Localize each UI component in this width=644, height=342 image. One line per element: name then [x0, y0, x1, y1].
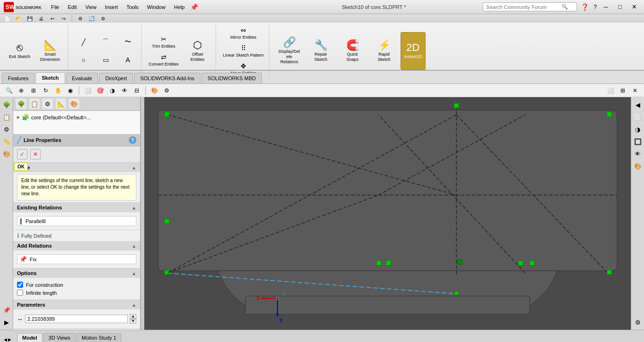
zoom-to-selection-icon[interactable]: ⊞: [28, 85, 39, 96]
options-header[interactable]: Options ▲: [13, 268, 140, 278]
view-options-icon[interactable]: ⚙: [75, 14, 85, 23]
tree-item-core[interactable]: ▶ 🧩 core (Default<<Default>...: [13, 113, 140, 122]
feature-manager-icon[interactable]: 🌳: [1, 99, 12, 110]
standard-views-icon[interactable]: ⬜: [83, 85, 93, 96]
viewport-layout-icon[interactable]: ⊞: [618, 85, 628, 96]
trim-entities-button[interactable]: ✂ Trim Entities: [146, 33, 181, 50]
close-button[interactable]: ✕: [628, 2, 640, 12]
config-manager-icon[interactable]: ⚙: [1, 124, 12, 135]
panel-icon3[interactable]: ⚙: [42, 99, 53, 109]
menu-edit[interactable]: Edit: [64, 3, 81, 11]
viewport[interactable]: X Y Z: [144, 97, 631, 330]
display-delete-relations-button[interactable]: 🔗 Display/Delete Relations: [274, 32, 304, 70]
close-viewport-icon[interactable]: ✕: [630, 85, 640, 96]
mirror-entities-button[interactable]: ⇔ Mirror Entities: [221, 25, 267, 42]
add-relations-header[interactable]: Add Relations ▲: [13, 241, 140, 250]
text-button[interactable]: A: [117, 51, 138, 68]
section-view-icon[interactable]: ⊟: [132, 85, 142, 96]
make-section-header[interactable]: Make ▲: [13, 163, 140, 172]
panel-icon2[interactable]: 📋: [29, 99, 40, 109]
right-view2-icon[interactable]: ◑: [632, 124, 644, 135]
options-icon[interactable]: ⚙: [98, 14, 108, 23]
menu-view[interactable]: View: [82, 3, 100, 11]
right-bottom-icon[interactable]: ⚙: [632, 317, 644, 328]
tab-sketch[interactable]: Sketch: [35, 72, 65, 83]
parameters-header[interactable]: Parameters ▲: [13, 300, 140, 309]
menu-window[interactable]: Window: [143, 3, 169, 11]
dim-manager-icon[interactable]: 📏: [1, 136, 12, 147]
maximize-button[interactable]: □: [614, 2, 626, 12]
resize-handle[interactable]: [141, 97, 144, 330]
rapid-sketch-button[interactable]: ⚡ Rapid Sketch: [369, 32, 399, 70]
linear-sketch-pattern-button[interactable]: ⠿ Linear Sketch Pattern: [221, 42, 267, 59]
search-icon[interactable]: 🔍: [561, 4, 568, 10]
panel-icon1[interactable]: 🌳: [16, 99, 26, 109]
zoom-to-fit-icon[interactable]: ⊕: [16, 85, 26, 96]
right-view5-icon[interactable]: 🎨: [632, 160, 644, 172]
tab-motion-study[interactable]: Motion Study 1: [76, 333, 121, 342]
circle-button[interactable]: ○: [73, 51, 94, 68]
tab-3d-views[interactable]: 3D Views: [43, 333, 75, 342]
rotate-view-icon[interactable]: ↻: [41, 85, 51, 96]
hide-show-icon[interactable]: 👁: [119, 85, 130, 96]
rebuild-icon[interactable]: 🔄: [86, 14, 97, 23]
add-relations-collapse[interactable]: ▲: [132, 243, 136, 249]
param-decrement[interactable]: ▼: [130, 319, 136, 324]
tab-dimxpert[interactable]: DimXpert: [99, 73, 133, 83]
cancel-button[interactable]: ✕: [30, 149, 41, 159]
nav-prev-icon[interactable]: ◀: [4, 337, 7, 342]
line-button[interactable]: ╱: [73, 33, 94, 50]
display-settings-icon[interactable]: ⚙: [161, 85, 172, 96]
param-value-input[interactable]: [25, 315, 128, 323]
existing-relations-header[interactable]: Existing Relations ▲: [13, 203, 140, 212]
rectangle-button[interactable]: ▭: [95, 51, 116, 68]
help-icon[interactable]: ?: [594, 4, 597, 10]
right-expand-icon[interactable]: ◀: [632, 99, 644, 110]
offset-entities-button[interactable]: ⬡ Offset Entities: [183, 32, 213, 70]
tab-solidworks-mbd[interactable]: SOLIDWORKS MBD: [201, 73, 262, 83]
new-icon[interactable]: 📄: [2, 14, 12, 23]
3d-view-icon[interactable]: ◉: [65, 85, 75, 96]
property-manager-icon[interactable]: 📋: [1, 111, 12, 123]
tab-solidworks-addins[interactable]: SOLIDWORKS Add-Ins: [134, 73, 201, 83]
menu-insert[interactable]: Insert: [101, 3, 122, 11]
display-style-icon[interactable]: ◑: [107, 85, 117, 96]
help-icon[interactable]: ?: [129, 136, 136, 144]
minimize-button[interactable]: ─: [600, 2, 612, 12]
undo-icon[interactable]: ↩: [47, 14, 58, 23]
instant2d-button[interactable]: 2D Instant2D: [401, 32, 426, 70]
tab-features[interactable]: Features: [2, 73, 34, 83]
param-increment[interactable]: ▲: [130, 314, 136, 319]
menu-tools[interactable]: Tools: [123, 3, 142, 11]
for-construction-checkbox[interactable]: [17, 282, 23, 288]
parameters-collapse[interactable]: ▲: [132, 302, 136, 308]
menu-file[interactable]: File: [47, 3, 63, 11]
appearance-icon[interactable]: 🎨: [1, 148, 12, 159]
relation-item-parallel[interactable]: ∥ Parallel8: [17, 216, 136, 226]
search-input[interactable]: [486, 4, 561, 10]
question-icon[interactable]: ❓: [581, 3, 589, 11]
fix-relation-item[interactable]: 📌 Fix: [17, 254, 136, 264]
print-icon[interactable]: 🖨: [36, 14, 46, 23]
infinite-length-checkbox[interactable]: [17, 290, 23, 296]
right-view1-icon[interactable]: ⬜: [632, 111, 644, 123]
view-orient-icon[interactable]: 🎯: [95, 85, 105, 96]
existing-relations-collapse[interactable]: ▲: [132, 205, 136, 210]
ok-button[interactable]: ✓: [17, 149, 27, 159]
convert-entities-button[interactable]: ⇄ Convert Entities: [146, 51, 181, 68]
appearances-icon[interactable]: 🎨: [149, 85, 159, 96]
pin-icon[interactable]: 📌: [190, 3, 198, 11]
tab-model[interactable]: Model: [17, 333, 42, 342]
panel-icon5[interactable]: 🎨: [69, 99, 79, 109]
right-view4-icon[interactable]: 👁: [632, 148, 644, 159]
search-box[interactable]: 🔍: [483, 2, 577, 11]
pan-icon[interactable]: ✋: [53, 85, 63, 96]
make-collapse-icon[interactable]: ▲: [132, 165, 136, 170]
right-view3-icon[interactable]: 🔲: [632, 136, 644, 147]
options-collapse[interactable]: ▲: [132, 271, 136, 276]
zoom-area-icon[interactable]: 🔍: [4, 85, 14, 96]
maximize-viewport-icon[interactable]: ⬜: [605, 85, 616, 96]
arc-button[interactable]: ⌒: [95, 33, 116, 50]
quick-snaps-button[interactable]: 🧲 Quick Snaps: [337, 32, 368, 70]
repair-sketch-button[interactable]: 🔧 Repair Sketch: [306, 32, 336, 70]
